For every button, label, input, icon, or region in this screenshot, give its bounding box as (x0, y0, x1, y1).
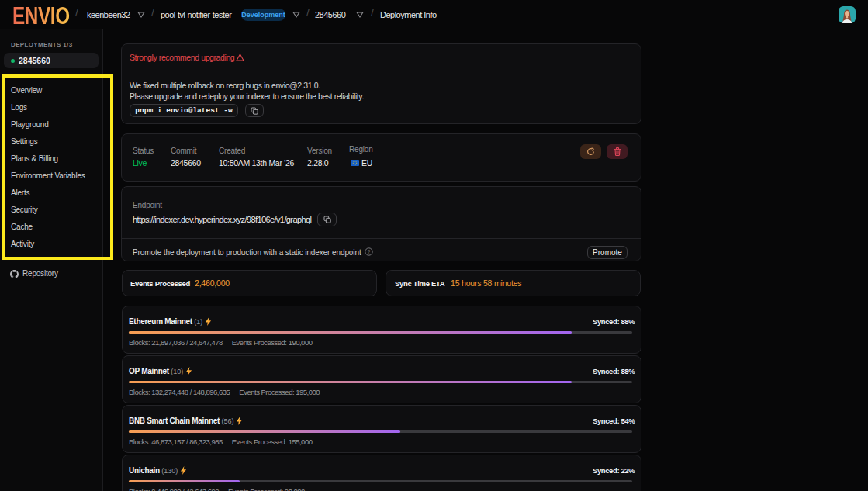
svg-text:?: ? (368, 249, 371, 254)
